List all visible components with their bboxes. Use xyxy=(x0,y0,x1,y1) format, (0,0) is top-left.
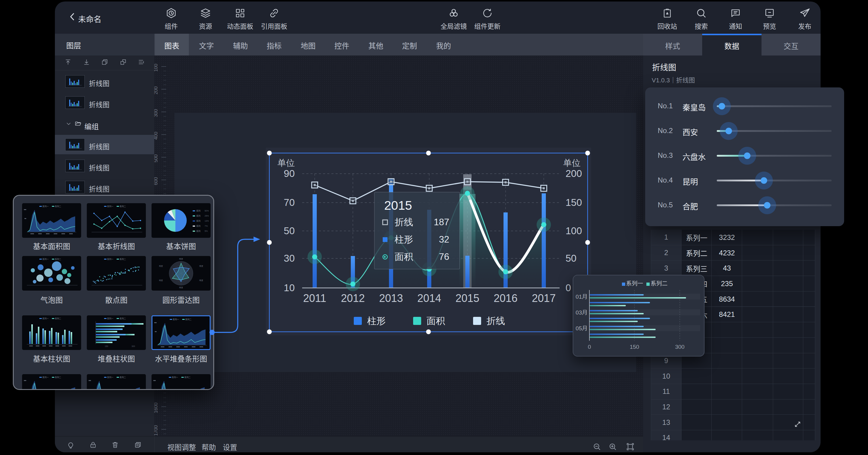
svg-text:系列二: 系列二 xyxy=(120,317,126,320)
svg-text:187: 187 xyxy=(434,217,449,228)
svg-text:150: 150 xyxy=(630,344,639,350)
svg-text:系列二: 系列二 xyxy=(184,376,191,378)
svg-text:系列二: 系列二 xyxy=(55,258,61,261)
svg-text:1600: 1600 xyxy=(154,402,158,413)
svg-text:单位: 单位 xyxy=(563,158,581,168)
svg-text:200: 200 xyxy=(565,168,582,179)
svg-text:2015: 2015 xyxy=(456,292,479,304)
svg-text:10: 10 xyxy=(284,282,295,293)
svg-text:维度: 维度 xyxy=(159,265,163,267)
svg-text:维度: 维度 xyxy=(199,279,204,282)
svg-text:400: 400 xyxy=(154,132,158,140)
svg-text:系列: 系列 xyxy=(196,214,200,217)
svg-text:2011: 2011 xyxy=(303,292,326,304)
svg-text:系列一: 系列一 xyxy=(107,205,113,208)
svg-text:系列一: 系列一 xyxy=(42,376,49,378)
svg-text:维度: 维度 xyxy=(179,286,183,289)
svg-text:2013: 2013 xyxy=(379,292,403,304)
svg-text:2012: 2012 xyxy=(341,292,365,304)
svg-text:2014: 2014 xyxy=(417,292,441,304)
svg-text:系列: 系列 xyxy=(196,209,200,212)
svg-text:300: 300 xyxy=(131,345,135,347)
svg-text:系列一: 系列一 xyxy=(172,376,178,378)
svg-text:600: 600 xyxy=(154,177,158,185)
svg-text:维度: 维度 xyxy=(159,279,163,282)
svg-text:01月: 01月 xyxy=(576,294,588,300)
svg-text:25%: 25% xyxy=(205,215,209,217)
svg-text:100: 100 xyxy=(154,64,158,72)
svg-text:300: 300 xyxy=(154,109,158,117)
svg-text:系列一: 系列一 xyxy=(626,280,643,287)
svg-text:系列二: 系列二 xyxy=(120,376,126,378)
svg-text:系列一: 系列一 xyxy=(42,205,49,208)
svg-text:100: 100 xyxy=(565,225,582,236)
svg-text:2015: 2015 xyxy=(384,199,412,212)
svg-text:系列二: 系列二 xyxy=(55,317,61,320)
svg-text:300: 300 xyxy=(675,344,685,350)
svg-text:90: 90 xyxy=(284,168,295,179)
svg-text:500: 500 xyxy=(154,155,158,162)
svg-text:系列一: 系列一 xyxy=(107,317,113,320)
svg-text:50: 50 xyxy=(284,225,295,236)
svg-text:05月: 05月 xyxy=(576,325,588,332)
svg-text:5%: 5% xyxy=(205,230,208,232)
svg-text:系列: 系列 xyxy=(196,220,200,222)
svg-text:面积: 面积 xyxy=(395,251,413,262)
svg-text:系列一: 系列一 xyxy=(107,258,113,261)
svg-text:系列二: 系列二 xyxy=(185,318,191,321)
svg-text:150: 150 xyxy=(105,345,108,347)
svg-text:柱形: 柱形 xyxy=(367,316,386,326)
svg-text:0: 0 xyxy=(588,344,591,350)
svg-text:系列一: 系列一 xyxy=(173,318,179,321)
svg-text:折线: 折线 xyxy=(395,217,413,228)
svg-text:7%: 7% xyxy=(205,225,208,227)
svg-text:单位: 单位 xyxy=(277,158,295,168)
svg-text:50%: 50% xyxy=(205,210,209,212)
svg-text:76: 76 xyxy=(439,251,449,262)
svg-text:70: 70 xyxy=(284,197,295,208)
svg-text:系列二: 系列二 xyxy=(120,258,126,261)
svg-text:系列: 系列 xyxy=(196,225,200,228)
svg-text:维度: 维度 xyxy=(199,265,204,267)
svg-text:系列二: 系列二 xyxy=(55,376,61,378)
svg-text:200: 200 xyxy=(154,87,158,95)
svg-text:32: 32 xyxy=(439,234,449,245)
svg-text:系列一: 系列一 xyxy=(107,376,113,378)
svg-text:系列: 系列 xyxy=(196,230,200,233)
svg-text:系列二: 系列二 xyxy=(55,205,61,208)
svg-text:柱形: 柱形 xyxy=(395,234,413,245)
svg-text:50: 50 xyxy=(565,253,577,264)
svg-text:维度: 维度 xyxy=(179,258,183,260)
svg-text:03月: 03月 xyxy=(576,309,588,316)
svg-text:系列二: 系列二 xyxy=(651,280,668,287)
svg-text:2016: 2016 xyxy=(494,292,518,304)
svg-text:30: 30 xyxy=(284,253,295,264)
svg-text:1700: 1700 xyxy=(154,425,158,436)
svg-text:13%: 13% xyxy=(205,220,209,222)
svg-text:面积: 面积 xyxy=(427,316,445,326)
svg-text:折线: 折线 xyxy=(487,316,505,326)
svg-text:0: 0 xyxy=(565,282,571,293)
svg-text:150: 150 xyxy=(565,197,582,208)
svg-text:2017: 2017 xyxy=(532,292,556,304)
svg-text:系列一: 系列一 xyxy=(42,317,49,320)
svg-text:系列二: 系列二 xyxy=(120,205,126,208)
svg-text:系列一: 系列一 xyxy=(42,258,49,261)
